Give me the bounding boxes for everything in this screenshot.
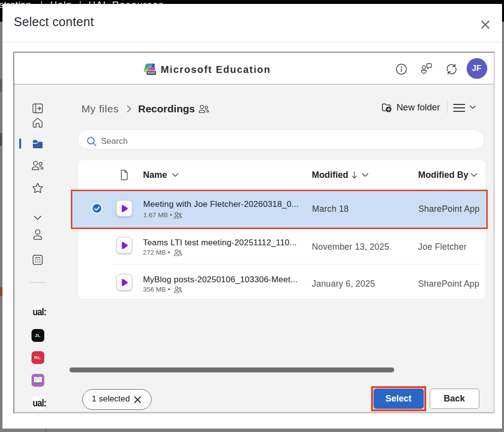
svg-text:M365: M365 (147, 71, 155, 74)
